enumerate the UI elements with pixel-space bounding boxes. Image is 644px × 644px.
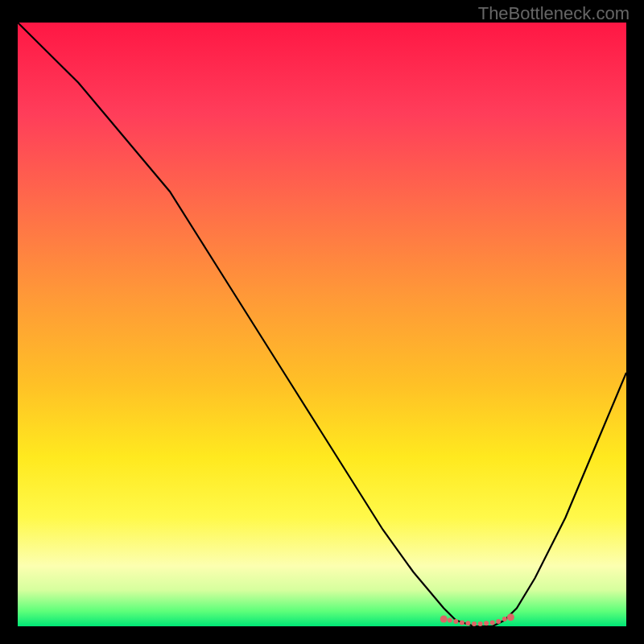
optimal-marker-dot (465, 621, 470, 625)
optimal-marker-dot (448, 618, 452, 623)
optimal-marker-dot (507, 613, 514, 621)
optimal-marker-dot (472, 621, 477, 626)
optimal-marker-dot (502, 617, 507, 621)
optimal-marker-dot (484, 621, 489, 625)
plot-area (18, 23, 626, 626)
watermark-text: TheBottleneck.com (478, 3, 630, 24)
optimal-marker-dot (490, 621, 495, 625)
optimal-marker-dot (496, 619, 501, 624)
optimal-marker-dot (453, 619, 458, 624)
optimal-marker-dot (460, 621, 464, 625)
optimal-marker-dot (478, 621, 483, 626)
optimal-marker-dot (440, 616, 448, 623)
chart-curve (18, 23, 626, 626)
